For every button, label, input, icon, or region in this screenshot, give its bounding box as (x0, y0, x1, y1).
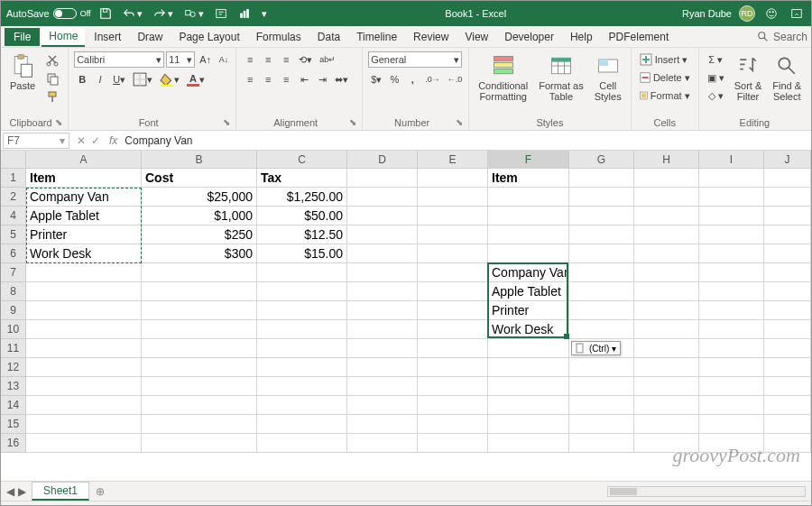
cell-F10[interactable]: Work Desk (488, 320, 569, 339)
cell-C4[interactable]: $50.00 (257, 207, 347, 225)
cell-A8[interactable] (26, 282, 142, 301)
row-header-13[interactable]: 13 (1, 377, 26, 396)
cell-H5[interactable] (634, 225, 699, 244)
cell-B5[interactable]: $250 (142, 225, 257, 244)
user-avatar[interactable]: RD (739, 5, 755, 22)
cell-C14[interactable] (257, 396, 347, 415)
cell-C2[interactable]: $1,250.00 (257, 188, 347, 207)
cell-J10[interactable] (764, 320, 811, 339)
cell-D2[interactable] (347, 188, 418, 207)
cell-H7[interactable] (634, 263, 699, 282)
cell-B13[interactable] (142, 377, 257, 396)
sheet-tab[interactable]: Sheet1 (32, 482, 89, 501)
row-header-14[interactable]: 14 (1, 396, 26, 415)
increase-decimal-icon[interactable]: .0→ (422, 71, 443, 87)
col-header-G[interactable]: G (569, 151, 634, 169)
cell-I11[interactable] (699, 339, 764, 358)
cell-C13[interactable] (257, 377, 347, 396)
fill-icon[interactable]: ▣ ▾ (705, 69, 727, 86)
number-dialog-launcher-icon[interactable]: ⬊ (456, 117, 463, 127)
number-format-select[interactable]: General▾ (368, 51, 462, 68)
cell-F14[interactable] (488, 396, 569, 415)
cell-G14[interactable] (569, 396, 634, 415)
cell-A16[interactable] (26, 434, 142, 453)
cell-J2[interactable] (764, 188, 811, 207)
redo-icon[interactable]: ▾ (151, 6, 176, 21)
cell-E15[interactable] (418, 415, 488, 434)
col-header-B[interactable]: B (142, 151, 257, 169)
ribbon-collapse-icon[interactable] (788, 6, 806, 21)
fill-color-icon[interactable]: ▾ (157, 71, 182, 87)
cell-I4[interactable] (699, 207, 764, 225)
row-header-8[interactable]: 8 (1, 282, 26, 301)
align-left-icon[interactable]: ≡ (242, 71, 258, 87)
row-header-7[interactable]: 7 (1, 263, 26, 282)
col-header-E[interactable]: E (418, 151, 488, 169)
autosave-toggle[interactable]: AutoSave Off (6, 8, 91, 19)
fx-icon[interactable]: fx (106, 134, 121, 147)
font-color-icon[interactable]: A▾ (184, 71, 208, 87)
underline-icon[interactable]: U▾ (110, 71, 128, 87)
cell-C12[interactable] (257, 358, 347, 377)
cell-J4[interactable] (764, 207, 811, 225)
cell-G7[interactable] (569, 263, 634, 282)
cell-G4[interactable] (569, 207, 634, 225)
undo-icon[interactable]: ▾ (120, 6, 145, 21)
align-right-icon[interactable]: ≡ (278, 71, 294, 87)
col-header-C[interactable]: C (257, 151, 347, 169)
cell-F16[interactable] (488, 434, 569, 453)
cell-B2[interactable]: $25,000 (142, 188, 257, 207)
alignment-dialog-launcher-icon[interactable]: ⬊ (349, 117, 356, 127)
cell-A10[interactable] (26, 320, 142, 339)
cell-D10[interactable] (347, 320, 418, 339)
font-size-select[interactable]: 11▾ (166, 51, 195, 68)
format-cells-button[interactable]: Format ▾ (637, 87, 693, 104)
cell-F1[interactable]: Item (488, 169, 569, 188)
cell-C7[interactable] (257, 263, 347, 282)
cell-J13[interactable] (764, 377, 811, 396)
cell-A7[interactable] (26, 263, 142, 282)
sheet-nav-next-icon[interactable]: ▶ (18, 485, 26, 498)
percent-icon[interactable]: % (386, 71, 402, 87)
shrink-font-icon[interactable]: A↓ (216, 51, 232, 68)
tab-file[interactable]: File (5, 28, 40, 46)
comma-icon[interactable]: , (404, 71, 420, 87)
cell-A6[interactable]: Work Desk (26, 244, 142, 263)
cell-C1[interactable]: Tax (257, 169, 347, 188)
cell-H12[interactable] (634, 358, 699, 377)
col-header-F[interactable]: F (488, 151, 569, 169)
tab-page-layout[interactable]: Page Layout (171, 28, 246, 46)
user-name[interactable]: Ryan Dube (682, 8, 732, 19)
cell-E1[interactable] (418, 169, 488, 188)
save-icon[interactable] (97, 6, 115, 21)
row-header-2[interactable]: 2 (1, 188, 26, 207)
row-header-5[interactable]: 5 (1, 225, 26, 244)
orientation-icon[interactable]: ⟲▾ (296, 51, 315, 68)
row-header-4[interactable]: 4 (1, 207, 26, 225)
qat-shapes-icon[interactable]: ▾ (181, 6, 207, 21)
cell-A5[interactable]: Printer (26, 225, 142, 244)
cell-J15[interactable] (764, 415, 811, 434)
cell-E14[interactable] (418, 396, 488, 415)
cell-C11[interactable] (257, 339, 347, 358)
cell-G9[interactable] (569, 301, 634, 320)
cell-A1[interactable]: Item (26, 169, 142, 188)
col-header-H[interactable]: H (634, 151, 699, 169)
row-header-12[interactable]: 12 (1, 358, 26, 377)
cell-F7[interactable]: Company Van (488, 263, 569, 282)
cell-I1[interactable] (699, 169, 764, 188)
cell-A14[interactable] (26, 396, 142, 415)
cell-A12[interactable] (26, 358, 142, 377)
copy-icon[interactable] (42, 70, 62, 87)
cell-F2[interactable] (488, 188, 569, 207)
col-header-D[interactable]: D (347, 151, 418, 169)
row-header-1[interactable]: 1 (1, 169, 26, 188)
qat-chart-icon[interactable] (235, 6, 254, 21)
cell-D4[interactable] (347, 207, 418, 225)
cell-G1[interactable] (569, 169, 634, 188)
cell-I5[interactable] (699, 225, 764, 244)
cell-D1[interactable] (347, 169, 418, 188)
borders-icon[interactable]: ▾ (130, 71, 155, 87)
insert-cells-button[interactable]: Insert ▾ (637, 51, 693, 68)
decrease-indent-icon[interactable]: ⇤ (296, 71, 312, 87)
